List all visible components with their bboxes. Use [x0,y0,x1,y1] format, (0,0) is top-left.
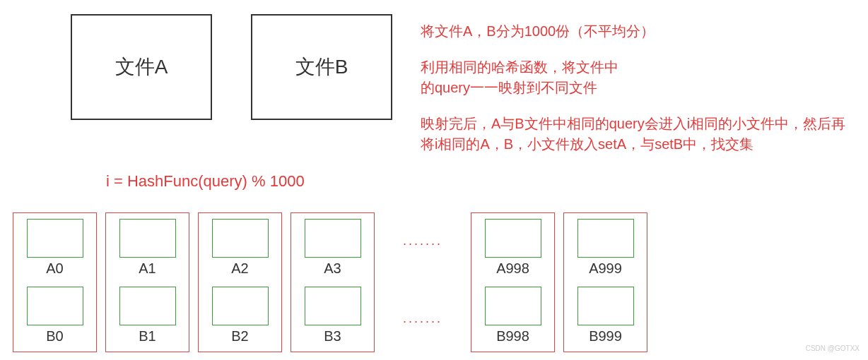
annotation-line-2: 利用相同的哈希函数，将文件中 的query一一映射到不同文件 [421,57,845,98]
label-a2: A2 [231,260,248,277]
mini-box-icon [212,219,269,258]
annotation-line-2b: 的query一一映射到不同文件 [421,78,845,98]
label-b2: B2 [231,328,248,344]
file-b-box: 文件B [251,14,392,120]
cell-b1: B1 [119,287,176,344]
annotation-line-3a: 映射完后，A与B文件中相同的query会进入i相同的小文件中，然后再 [421,114,845,134]
cell-a0: A0 [27,219,83,277]
cluster-left: A0 B0 A1 B1 A2 B2 [13,212,375,352]
label-b999: B999 [589,328,622,344]
group-999: A999 B999 [563,212,647,352]
annotation-line-1: 将文件A，B分为1000份（不平均分） [421,21,845,42]
mini-box-icon [305,287,361,325]
group-1: A1 B1 [105,212,189,352]
annotation-line-2a: 利用相同的哈希函数，将文件中 [421,57,845,78]
file-b-label: 文件B [295,54,348,80]
ellipsis-bottom: ······· [403,314,442,329]
label-b3: B3 [324,328,341,344]
mini-box-icon [577,219,634,258]
group-0: A0 B0 [13,212,97,352]
mini-box-icon [27,219,83,258]
label-a999: A999 [589,260,622,277]
cluster-right: A998 B998 A999 B999 [471,212,647,352]
mini-box-icon [212,287,269,325]
group-998: A998 B998 [471,212,555,352]
mini-box-icon [577,287,634,325]
label-a3: A3 [324,260,341,277]
mini-box-icon [305,219,361,258]
cell-b999: B999 [577,287,634,344]
label-b998: B998 [496,328,529,344]
file-a-label: 文件A [115,54,168,80]
group-3: A3 B3 [291,212,375,352]
label-b0: B0 [46,328,63,344]
ellipsis-top: ······· [403,236,442,251]
file-boxes: 文件A 文件B [71,14,392,120]
cell-a998: A998 [485,219,541,277]
label-a998: A998 [496,260,529,277]
label-a1: A1 [139,260,156,277]
cell-a1: A1 [119,219,176,277]
mini-box-icon [119,287,176,325]
mini-box-icon [485,219,541,258]
watermark: CSDN @GOTXX [806,344,860,352]
mini-box-icon [27,287,83,325]
annotation-line-3b: 将i相同的A，B，小文件放入setA，与setB中，找交集 [421,134,845,155]
annotation-line-3: 映射完后，A与B文件中相同的query会进入i相同的小文件中，然后再 将i相同的… [421,114,845,155]
mini-box-icon [119,219,176,258]
cell-a3: A3 [305,219,361,277]
cell-a999: A999 [577,219,634,277]
label-b1: B1 [139,328,156,344]
cell-b998: B998 [485,287,541,344]
cell-b0: B0 [27,287,83,344]
cell-a2: A2 [212,219,269,277]
group-2: A2 B2 [198,212,282,352]
annotation-block: 将文件A，B分为1000份（不平均分） 利用相同的哈希函数，将文件中 的quer… [421,14,845,155]
file-a-box: 文件A [71,14,212,120]
cell-b2: B2 [212,287,269,344]
hash-formula: i = HashFunc(query) % 1000 [106,172,861,191]
label-a0: A0 [46,260,63,277]
ellipsis: ······· ······· [375,205,471,360]
partition-row: A0 B0 A1 B1 A2 B2 [13,205,861,360]
mini-box-icon [485,287,541,325]
cell-b3: B3 [305,287,361,344]
top-row: 文件A 文件B 将文件A，B分为1000份（不平均分） 利用相同的哈希函数，将文… [7,14,861,155]
